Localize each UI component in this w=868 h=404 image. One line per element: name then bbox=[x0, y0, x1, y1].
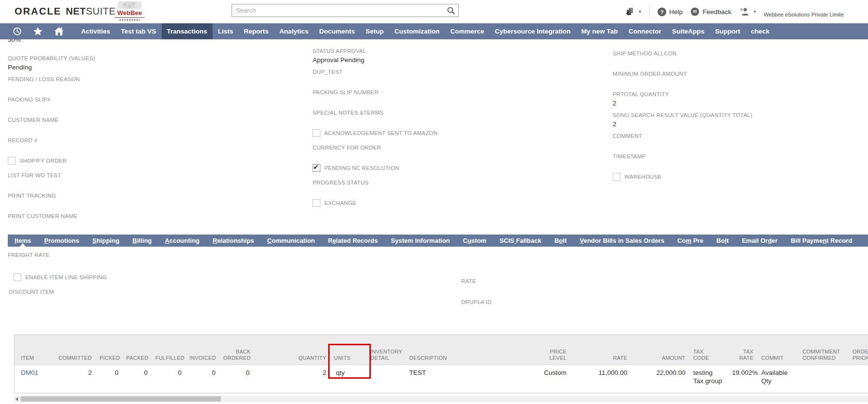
exchange-checkbox[interactable] bbox=[313, 199, 320, 207]
enable-item-line-shipping-field: ENABLE ITEM LINE SHIPPING bbox=[14, 273, 107, 281]
oracle-wordmark: ORACLE bbox=[15, 6, 61, 17]
cell-item[interactable]: DM01 bbox=[15, 365, 46, 377]
scroll-left-arrow-icon[interactable] bbox=[16, 397, 18, 401]
home-icon[interactable] bbox=[54, 27, 64, 36]
tab-communication[interactable]: Communication bbox=[267, 235, 315, 247]
field-comment: COMMENT bbox=[613, 132, 860, 140]
webbee-tagline bbox=[119, 19, 140, 21]
nav-item-support[interactable]: Support bbox=[710, 23, 746, 39]
nav-item-setup[interactable]: Setup bbox=[360, 23, 389, 39]
nav-item-commerce[interactable]: Commerce bbox=[445, 23, 489, 39]
nav-item-activities[interactable]: Activities bbox=[76, 23, 116, 39]
tab-bolt[interactable]: Bolt bbox=[717, 235, 729, 247]
enable-item-line-shipping-checkbox[interactable] bbox=[14, 273, 21, 281]
field-minimum-order-amount: MINIMUM ORDER AMOUNT bbox=[613, 70, 860, 78]
comment-label: COMMENT bbox=[613, 132, 860, 140]
discount-item-label: DISCOUNT ITEM bbox=[9, 289, 54, 295]
field-ship-method-allcon: SHIP METHOD ALLCON bbox=[613, 50, 860, 57]
tab-bolt[interactable]: Bolt bbox=[554, 235, 567, 247]
tab-com-pre[interactable]: Com Pre bbox=[677, 235, 703, 247]
pending-nc-resolution-checkbox[interactable] bbox=[313, 164, 320, 172]
nav-item-transactions[interactable]: Transactions bbox=[162, 23, 213, 39]
nav-item-documents[interactable]: Documents bbox=[314, 23, 360, 39]
recent-records-icon[interactable] bbox=[13, 27, 22, 36]
cell-tax-code: testing Tax group bbox=[689, 365, 728, 385]
tab-billing[interactable]: Billing bbox=[133, 235, 152, 247]
tab-email-order[interactable]: Email Order bbox=[742, 235, 778, 247]
global-search-box bbox=[232, 4, 459, 17]
tab-bill-payment-record[interactable]: Bill Payment Record bbox=[791, 235, 852, 247]
freight-rate-label: FREIGHT RATE bbox=[8, 252, 50, 258]
tab-system-information[interactable]: System Information bbox=[391, 235, 450, 247]
column-header-order-priority: ORDER PRIORITY bbox=[849, 349, 868, 365]
field-warehouse: WAREHOUSE bbox=[613, 173, 860, 181]
webbee-worldmap-image bbox=[117, 1, 142, 9]
chevron-down-icon: ▾ bbox=[639, 9, 641, 14]
status-approval-label: STATUS APPROVAL bbox=[313, 47, 541, 55]
packing-slip-label: PACKING SLIP# bbox=[8, 96, 217, 103]
shortcuts-star-icon[interactable] bbox=[33, 27, 43, 36]
column-header-invoiced: INVOICED bbox=[185, 355, 219, 365]
field-quote-probability-values: QUOTE PROBABILITY (VALUES)Pending bbox=[8, 54, 217, 72]
fields-column-left: QUOTE PROBABILITY (VALUES)PendingPENDING… bbox=[8, 54, 217, 233]
nav-item-my-new-tab[interactable]: My new Tab bbox=[576, 23, 623, 39]
help-button[interactable]: ? Help bbox=[657, 7, 683, 17]
progress-status-label: PROGRESS STATUS bbox=[313, 179, 541, 186]
nav-item-customization[interactable]: Customization bbox=[389, 23, 445, 39]
account-company-label: Webbee eSolutions Private Limite bbox=[764, 12, 849, 17]
nav-item-reports[interactable]: Reports bbox=[238, 23, 274, 39]
column-header-back-ordered: BACK ORDERED bbox=[219, 349, 253, 365]
roles-menu-button[interactable]: ▾ bbox=[739, 7, 756, 17]
nav-item-test-tab-vs[interactable]: Test tab VS bbox=[116, 23, 162, 39]
help-label: Help bbox=[669, 8, 683, 16]
column-header-description: DESCRIPTION bbox=[405, 355, 527, 365]
tab-shipping[interactable]: Shipping bbox=[92, 235, 119, 247]
tab-relationships[interactable]: Relationships bbox=[213, 235, 254, 247]
tab-custom[interactable]: Custom bbox=[463, 235, 486, 247]
scrollbar-thumb[interactable] bbox=[21, 396, 221, 402]
tab-promotions[interactable]: Promotions bbox=[44, 235, 79, 247]
table-header-row: ITEMCOMMITTEDPICKEDPACKEDFULFILLEDINVOIC… bbox=[15, 335, 868, 365]
nav-item-connector[interactable]: Connector bbox=[623, 23, 667, 39]
tab-accounting[interactable]: Accounting bbox=[165, 235, 200, 247]
column-header-amount: AMOUNT bbox=[631, 355, 689, 365]
main-navbar: ActivitiesTest tab VSTransactionsListsRe… bbox=[0, 23, 868, 39]
nav-item-lists[interactable]: Lists bbox=[213, 23, 239, 39]
field-record: RECORD # bbox=[8, 136, 217, 144]
sonu-search-result-value-quantity-total-label: SONU SEARCH RESULT VALUE (QUANTITY TOTAL… bbox=[613, 111, 860, 119]
print-customer-name-label: PRINT CUSTOMER NAME bbox=[8, 212, 217, 220]
acknowledgement-sent-to-amazon-checkbox[interactable] bbox=[313, 129, 320, 137]
fields-column-middle: STATUS APPROVALApproval PendingDUP_TESTP… bbox=[313, 47, 541, 214]
sonu-search-result-value-quantity-total-value: 2 bbox=[613, 120, 860, 129]
warehouse-checkbox[interactable] bbox=[613, 173, 620, 181]
tab-scis-fallback[interactable]: SCIS Fallback bbox=[500, 235, 541, 247]
record-label: RECORD # bbox=[8, 136, 217, 144]
quote-probability-values-value: Pending bbox=[8, 63, 217, 72]
top-header: ORACLENETSUITE WebBee ▾ ? Help Feedback … bbox=[0, 0, 868, 23]
search-icon[interactable] bbox=[447, 6, 455, 15]
search-input[interactable] bbox=[232, 4, 451, 17]
nav-item-analytics[interactable]: Analytics bbox=[274, 23, 314, 39]
nav-item-cybersource-integration[interactable]: Cybersource Integration bbox=[489, 23, 576, 39]
quick-add-button[interactable]: ▾ bbox=[625, 7, 641, 17]
tab-vendor-bills-in-sales-orders[interactable]: Vendor Bills in Sales Orders bbox=[580, 235, 664, 247]
field-timestamp: TIMESTAMP bbox=[613, 152, 860, 160]
shopify-order-checkbox[interactable] bbox=[8, 157, 16, 165]
account-info[interactable]: Webbee eSolutions Private Limite bbox=[764, 6, 849, 17]
nav-item-suiteapps[interactable]: SuiteApps bbox=[667, 23, 710, 39]
tab-related-records[interactable]: Related Records bbox=[328, 235, 378, 247]
cell-units: qty bbox=[330, 365, 367, 377]
timestamp-label: TIMESTAMP bbox=[613, 152, 860, 160]
field-currency-for-order: CURRENCY FOR ORDER bbox=[313, 144, 541, 152]
tab-items[interactable]: Items bbox=[15, 235, 31, 247]
column-header-inventory-detail: INVENTORY DETAIL bbox=[367, 349, 405, 365]
acknowledgement-sent-to-amazon-label: ACKNOWLEDGEMENT SENT TO AMAZON bbox=[324, 130, 437, 136]
svg-text:?: ? bbox=[660, 9, 664, 15]
feedback-button[interactable]: Feedback bbox=[690, 7, 731, 17]
horizontal-scrollbar[interactable] bbox=[14, 396, 868, 402]
list-for-wo-test-label: LIST FOR WO TEST bbox=[8, 171, 217, 179]
field-exchange: EXCHANGE bbox=[313, 199, 541, 207]
nav-item-check[interactable]: check bbox=[746, 23, 775, 39]
cell-invoiced: 0 bbox=[185, 365, 219, 377]
field-progress-status: PROGRESS STATUS bbox=[313, 179, 541, 186]
